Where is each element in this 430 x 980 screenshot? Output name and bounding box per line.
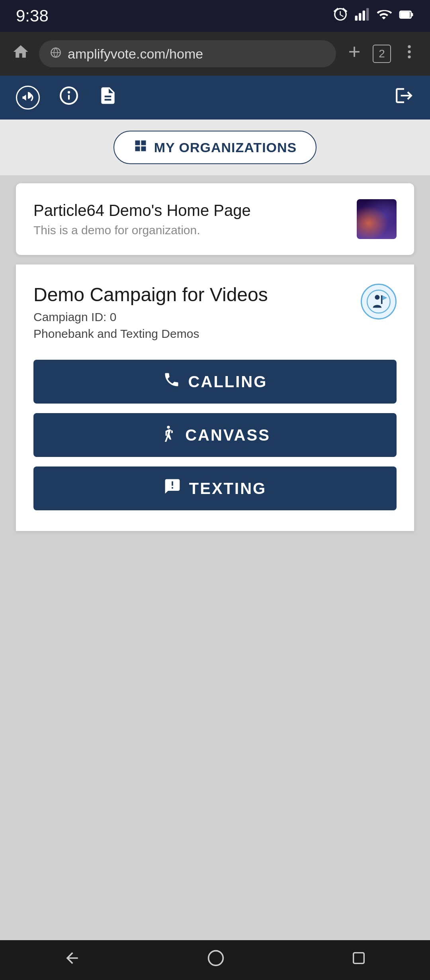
svg-rect-6 <box>401 12 410 18</box>
home-button[interactable] <box>207 949 225 971</box>
svg-rect-20 <box>354 953 364 964</box>
svg-rect-1 <box>359 13 361 21</box>
walking-person-icon <box>160 424 177 446</box>
url-text: amplifyvote.com/home <box>68 46 325 62</box>
svg-point-9 <box>408 50 410 53</box>
calling-label: CALLING <box>188 373 268 391</box>
svg-rect-2 <box>363 11 365 21</box>
action-buttons: CALLING CANVASS TEXTI <box>33 360 397 510</box>
svg-point-8 <box>408 45 410 48</box>
status-time: 9:38 <box>16 6 49 25</box>
grid-icon <box>133 139 148 156</box>
wifi-icon <box>376 7 392 25</box>
status-bar: 9:38 <box>0 0 430 32</box>
org-button-label: MY ORGANIZATIONS <box>154 140 297 155</box>
chat-icon <box>164 478 181 499</box>
org-card-desc: This is a demo for organization. <box>33 223 357 237</box>
phone-icon <box>163 371 180 392</box>
svg-rect-3 <box>366 8 369 21</box>
org-card[interactable]: Particle64 Demo's Home Page This is a de… <box>16 183 414 255</box>
browser-menu-icon[interactable] <box>401 43 418 65</box>
logout-icon[interactable] <box>394 86 414 110</box>
campaign-title: Demo Campaign for Videos <box>33 284 361 306</box>
nav-icons-left <box>16 86 118 110</box>
notes-icon[interactable] <box>98 86 118 110</box>
org-card-info: Particle64 Demo's Home Page This is a de… <box>33 202 357 237</box>
add-tab-icon[interactable] <box>346 43 363 65</box>
megaphone-icon[interactable] <box>16 86 40 110</box>
campaign-id: Campiagn ID: 0 <box>33 310 361 324</box>
tabs-count-badge[interactable]: 2 <box>373 45 391 63</box>
svg-point-10 <box>408 55 410 58</box>
recent-apps-button[interactable] <box>351 950 367 970</box>
canvass-label: CANVASS <box>185 426 270 444</box>
info-icon[interactable] <box>59 86 79 110</box>
status-icons <box>333 7 414 25</box>
svg-point-18 <box>167 426 170 429</box>
app-nav <box>0 76 430 120</box>
svg-point-19 <box>209 951 223 966</box>
org-button-container: MY ORGANIZATIONS <box>0 120 430 175</box>
browser-actions: 2 <box>346 43 418 65</box>
org-card-image-inner <box>357 199 397 239</box>
calling-button[interactable]: CALLING <box>33 360 397 404</box>
texting-button[interactable]: TEXTING <box>33 466 397 510</box>
browser-url-bar[interactable]: amplifyvote.com/home <box>39 40 336 67</box>
svg-point-14 <box>367 290 390 313</box>
back-button[interactable] <box>63 949 81 971</box>
campaign-info: Demo Campaign for Videos Campiagn ID: 0 … <box>33 284 361 341</box>
campaign-badge <box>361 284 397 319</box>
alarm-icon <box>333 7 348 25</box>
campaign-header: Demo Campaign for Videos Campiagn ID: 0 … <box>33 284 397 341</box>
campaign-desc: Phonebank and Texting Demos <box>33 327 361 341</box>
svg-rect-0 <box>355 16 358 21</box>
browser-home-icon[interactable] <box>12 43 29 65</box>
org-card-title: Particle64 Demo's Home Page <box>33 202 357 220</box>
org-card-image <box>357 199 397 239</box>
svg-point-15 <box>375 295 379 300</box>
signal-icon <box>354 7 369 25</box>
my-organizations-button[interactable]: MY ORGANIZATIONS <box>113 131 317 164</box>
browser-bar: amplifyvote.com/home 2 <box>0 32 430 76</box>
campaign-card: Demo Campaign for Videos Campiagn ID: 0 … <box>16 265 414 531</box>
bottom-navigation <box>0 940 430 980</box>
battery-icon <box>398 7 414 25</box>
svg-rect-16 <box>381 295 383 304</box>
main-content: Particle64 Demo's Home Page This is a de… <box>0 175 430 539</box>
canvass-button[interactable]: CANVASS <box>33 413 397 457</box>
svg-rect-5 <box>411 13 413 16</box>
texting-label: TEXTING <box>189 480 266 498</box>
url-secure-icon <box>50 47 61 61</box>
